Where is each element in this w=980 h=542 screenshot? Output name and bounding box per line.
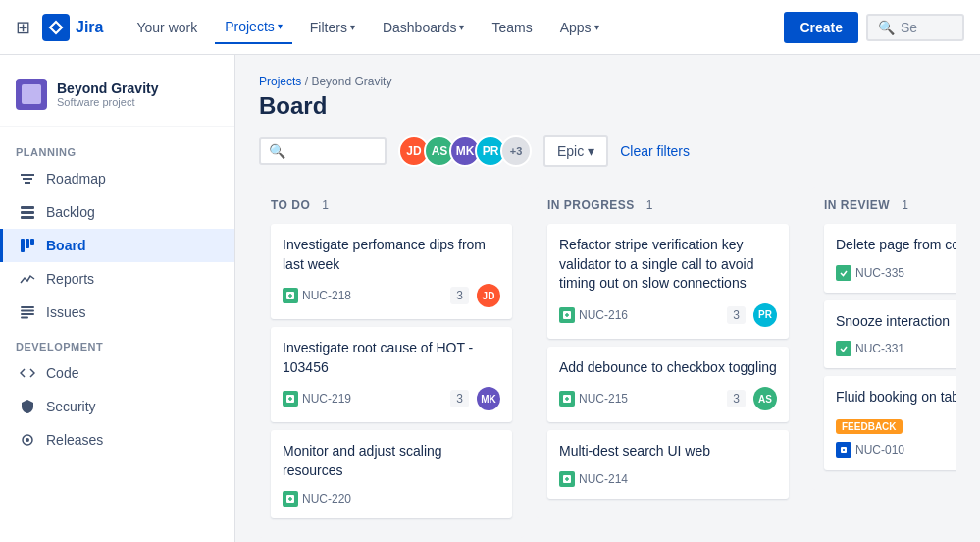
breadcrumb-projects[interactable]: Projects <box>259 75 301 88</box>
column-header-todo: TO DO 1 <box>271 198 512 212</box>
ticket-nuc010: NUC-010 <box>836 442 904 458</box>
column-header-inprogress: IN PROGRESS 1 <box>547 198 789 212</box>
breadcrumb: Projects / Beyond Gravity <box>259 75 956 88</box>
ticket-nuc220: NUC-220 <box>283 491 351 507</box>
sidebar-item-security[interactable]: Security <box>0 390 234 423</box>
board-search[interactable]: 🔍 <box>259 137 387 165</box>
svg-rect-2 <box>21 216 34 219</box>
search-icon: 🔍 <box>878 20 895 35</box>
card-nuc220[interactable]: Monitor and adjust scaling resources NUC… <box>271 430 512 517</box>
chevron-down-icon: ▾ <box>278 21 283 31</box>
issues-icon <box>19 303 36 321</box>
board-toolbar: 🔍 JD AS MK PR +3 Epic ▾ Clear filters <box>259 136 956 167</box>
ticket-icon <box>559 391 575 406</box>
breadcrumb-project: Beyond Gravity <box>311 75 391 88</box>
epic-filter-button[interactable]: Epic ▾ <box>543 136 608 167</box>
create-button[interactable]: Create <box>784 12 858 43</box>
svg-rect-9 <box>21 317 28 319</box>
releases-icon <box>19 431 36 449</box>
ticket-icon <box>283 288 298 303</box>
card-nuc214[interactable]: Multi-dest search UI web NUC-214 <box>547 430 789 499</box>
column-todo: TO DO 1 Investigate perfomance dips from… <box>259 187 524 538</box>
nav-your-work[interactable]: Your work <box>127 12 207 43</box>
ticket-nuc218: NUC-218 <box>283 288 351 303</box>
page-title: Board <box>259 92 956 120</box>
ticket-icon <box>836 442 851 458</box>
column-inprogress: IN PROGRESS 1 Refactor stripe verificati… <box>536 187 800 518</box>
avatar-count[interactable]: +3 <box>500 136 532 167</box>
project-icon <box>16 79 47 110</box>
sidebar: Beyond Gravity Software project PLANNING… <box>0 55 235 542</box>
chevron-down-icon: ▾ <box>588 143 594 159</box>
roadmap-icon <box>19 170 36 188</box>
search-input[interactable] <box>291 143 380 159</box>
svg-rect-8 <box>21 313 34 315</box>
card-avatar: JD <box>477 284 500 307</box>
ticket-nuc214: NUC-214 <box>559 471 628 487</box>
ticket-icon <box>836 265 851 281</box>
card-nuc010[interactable]: Fluid booking on tablets FEEDBACK NUC-01… <box>824 376 956 470</box>
nav-apps[interactable]: Apps ▾ <box>550 12 609 43</box>
backlog-icon <box>19 203 36 221</box>
code-icon <box>19 364 36 382</box>
sidebar-project: Beyond Gravity Software project <box>0 71 234 127</box>
reports-icon <box>19 270 36 288</box>
column-header-inreview: IN REVIEW 1 <box>824 198 956 212</box>
sidebar-item-issues[interactable]: Issues <box>0 296 234 329</box>
svg-rect-6 <box>21 306 34 308</box>
card-avatar: AS <box>753 387 777 410</box>
security-icon <box>19 398 36 415</box>
main-content: Projects / Beyond Gravity Board 🔍 JD AS … <box>235 55 980 542</box>
column-inreview: IN REVIEW 1 Delete page from collection … <box>812 187 956 490</box>
ticket-icon <box>559 471 575 487</box>
svg-rect-0 <box>21 206 34 209</box>
search-box[interactable]: 🔍 Se <box>866 14 964 41</box>
ticket-icon <box>836 341 851 356</box>
ticket-nuc219: NUC-219 <box>283 391 351 406</box>
chevron-down-icon: ▾ <box>459 22 464 32</box>
card-nuc218[interactable]: Investigate perfomance dips from last we… <box>271 224 512 319</box>
ticket-icon <box>283 491 298 507</box>
jira-logo-icon <box>42 14 70 41</box>
card-nuc215[interactable]: Add debounce to checkbox toggling NUC-21… <box>547 347 789 423</box>
card-nuc331[interactable]: Snooze interaction NUC-331 <box>824 300 956 369</box>
card-avatar: PR <box>753 303 777 327</box>
nav-filters[interactable]: Filters ▾ <box>300 12 365 43</box>
board-icon <box>19 237 36 254</box>
svg-rect-5 <box>30 239 34 245</box>
search-label: Se <box>901 20 917 35</box>
nav-dashboards[interactable]: Dashboards ▾ <box>373 12 475 43</box>
sidebar-item-board[interactable]: Board <box>0 229 234 262</box>
nav-teams[interactable]: Teams <box>482 12 542 43</box>
sidebar-item-reports[interactable]: Reports <box>0 262 234 296</box>
project-type: Software project <box>57 96 158 108</box>
sidebar-item-backlog[interactable]: Backlog <box>0 195 234 229</box>
search-icon: 🔍 <box>269 143 285 159</box>
svg-rect-4 <box>26 239 29 248</box>
nav-projects[interactable]: Projects ▾ <box>215 11 292 44</box>
ticket-icon <box>283 391 298 406</box>
ticket-nuc215: NUC-215 <box>559 391 628 406</box>
svg-point-11 <box>26 438 29 442</box>
card-nuc219[interactable]: Investigate root cause of HOT - 103456 N… <box>271 327 512 422</box>
sidebar-item-roadmap[interactable]: Roadmap <box>0 162 234 195</box>
svg-rect-7 <box>21 310 34 312</box>
ticket-icon <box>559 307 575 323</box>
card-nuc335[interactable]: Delete page from collection NUC-335 <box>824 224 956 293</box>
development-label: DEVELOPMENT <box>0 329 234 356</box>
jira-logo-text: Jira <box>76 19 103 36</box>
feedback-badge: FEEDBACK <box>836 419 903 434</box>
jira-logo: Jira <box>42 14 103 41</box>
clear-filters-button[interactable]: Clear filters <box>620 143 690 159</box>
svg-rect-1 <box>21 211 34 214</box>
grid-icon[interactable]: ⊞ <box>16 17 30 38</box>
sidebar-item-releases[interactable]: Releases <box>0 423 234 457</box>
planning-label: PLANNING <box>0 135 234 162</box>
ticket-nuc331: NUC-331 <box>836 341 904 356</box>
svg-rect-3 <box>21 239 25 252</box>
board: TO DO 1 Investigate perfomance dips from… <box>259 187 956 538</box>
ticket-nuc216: NUC-216 <box>559 307 628 323</box>
ticket-nuc335: NUC-335 <box>836 265 904 281</box>
card-nuc216[interactable]: Refactor stripe verification key validat… <box>547 224 789 339</box>
sidebar-item-code[interactable]: Code <box>0 356 234 390</box>
